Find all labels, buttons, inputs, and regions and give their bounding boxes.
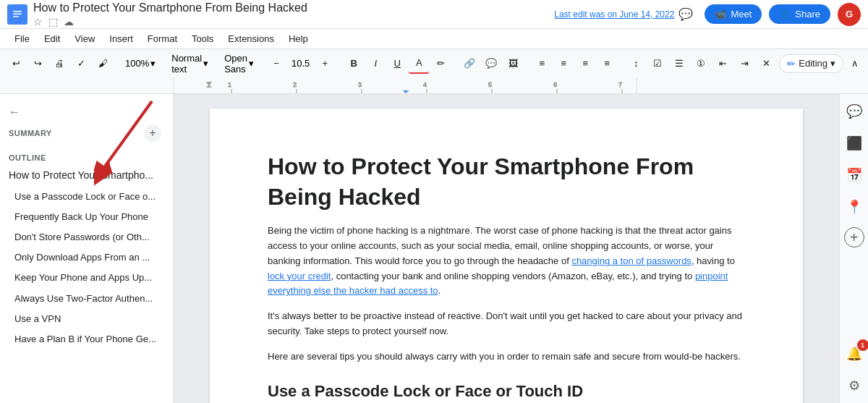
menu-view[interactable]: View <box>69 31 101 46</box>
comments-button[interactable]: 💬 <box>674 3 697 26</box>
svg-rect-4 <box>0 77 868 93</box>
paintformat-button[interactable]: 🖌 <box>93 54 113 74</box>
link-button[interactable]: 🔗 <box>459 54 480 74</box>
menu-format[interactable]: Format <box>142 31 183 46</box>
align-center-button[interactable]: ≡ <box>553 54 574 74</box>
redo-button[interactable]: ↪ <box>27 54 48 74</box>
menu-extensions[interactable]: Extensions <box>222 31 280 46</box>
drive-icon[interactable]: ⬚ <box>48 16 58 27</box>
numbered-list-button[interactable]: ① <box>691 54 711 74</box>
sidebar: ← SUMMARY + OUTLINE How to Protect Your … <box>0 94 174 403</box>
summary-add-button[interactable]: + <box>144 124 161 142</box>
link-pinpoint[interactable]: pinpoint everything else the hacker had … <box>268 271 728 297</box>
font-size-select[interactable]: 10.5 <box>288 54 313 74</box>
title-icons: ☆ ⬚ ☁ <box>33 16 542 27</box>
document-h1: How to Protect Your Smartphone From Bein… <box>268 152 745 212</box>
checklist-button[interactable]: ☑ <box>647 54 668 74</box>
summary-section-header: SUMMARY + <box>0 122 173 145</box>
image-button[interactable]: 🖼 <box>503 54 523 74</box>
link-passwords[interactable]: changing a ton of passwords <box>571 255 692 266</box>
font-family-select[interactable]: Open Sans ▾ <box>221 54 258 74</box>
menu-tools[interactable]: Tools <box>186 31 219 46</box>
font-dropdown-icon: ▾ <box>249 58 254 69</box>
editing-mode-selector[interactable]: ✏ Editing ▾ <box>779 54 843 73</box>
document-area: How to Protect Your Smartphone From Bein… <box>174 94 839 403</box>
clear-format-button[interactable]: ✕ <box>756 54 776 74</box>
style-value: Normal text <box>171 53 202 75</box>
underline-button[interactable]: U <box>387 54 407 74</box>
menu-insert[interactable]: Insert <box>103 31 139 46</box>
document-paragraph-2: It's always better to be proactive inste… <box>268 309 745 339</box>
document-paragraph-3: Here are several tips you should always … <box>268 349 745 365</box>
toolbar: ↩ ↪ 🖨 ✓ 🖌 100% ▾ Normal text ▾ Open Sans… <box>0 49 868 78</box>
font-size-decrease[interactable]: − <box>266 54 286 74</box>
font-size-increase[interactable]: + <box>315 54 335 74</box>
style-dropdown-icon: ▾ <box>203 58 208 69</box>
outline-item-4[interactable]: Only Download Apps From an ... <box>0 247 173 268</box>
right-panel-chat-icon[interactable]: 💬 <box>843 100 866 123</box>
outline-label: OUTLINE <box>0 148 173 165</box>
star-icon[interactable]: ☆ <box>33 16 43 27</box>
outline-item-8[interactable]: Have a Plan B if Your Phone Ge... <box>0 329 173 349</box>
spellcheck-button[interactable]: ✓ <box>71 54 91 74</box>
bold-button[interactable]: B <box>344 54 364 74</box>
outline-item-7[interactable]: Use a VPN <box>0 309 173 329</box>
user-avatar[interactable]: G <box>838 3 861 26</box>
align-right-button[interactable]: ≡ <box>575 54 595 74</box>
last-edit-text[interactable]: Last edit was on June 14, 2022 <box>554 9 674 20</box>
outline-item-1[interactable]: Use a Passcode Lock or Face o... <box>0 187 173 207</box>
doc-title[interactable]: How to Protect Your Smartphone From Bein… <box>33 1 542 14</box>
decrease-indent-button[interactable]: ⇤ <box>712 54 733 74</box>
outline-item-6[interactable]: Always Use Two-Factor Authen... <box>0 289 173 309</box>
style-select[interactable]: Normal text ▾ <box>168 54 212 74</box>
print-button[interactable]: 🖨 <box>49 54 69 74</box>
cloud-icon[interactable]: ☁ <box>64 16 74 27</box>
menu-file[interactable]: File <box>9 31 35 46</box>
sidebar-back-button[interactable]: ← <box>0 103 29 122</box>
editing-mode-dropdown-icon: ▾ <box>830 58 835 69</box>
svg-text:2: 2 <box>293 81 297 88</box>
right-panel: 💬 ⬛ 📅 📍 + 🔔 1 ⚙ <box>839 94 868 403</box>
svg-rect-2 <box>13 13 22 14</box>
right-panel-add-icon[interactable]: + <box>844 227 864 247</box>
zoom-dropdown-icon: ▾ <box>150 58 156 69</box>
svg-text:3: 3 <box>358 81 362 88</box>
outline-item-2[interactable]: Frequently Back Up Your Phone <box>0 207 173 227</box>
increase-indent-button[interactable]: ⇥ <box>734 54 754 74</box>
svg-text:4: 4 <box>423 81 427 88</box>
justify-button[interactable]: ≡ <box>597 54 617 74</box>
document-page: How to Protect Your Smartphone From Bein… <box>210 109 803 403</box>
notification-count: 1 <box>857 339 869 351</box>
align-left-button[interactable]: ≡ <box>532 54 552 74</box>
svg-text:6: 6 <box>553 81 557 88</box>
pencil-icon: ✏ <box>787 58 796 69</box>
docs-app-icon <box>7 4 27 25</box>
menu-help[interactable]: Help <box>283 31 314 46</box>
comment-button[interactable]: 💬 <box>481 54 501 74</box>
right-panel-maps-icon[interactable]: 📍 <box>843 195 866 219</box>
share-icon: 👤 <box>779 9 791 20</box>
summary-label: SUMMARY <box>9 129 52 137</box>
undo-button[interactable]: ↩ <box>6 54 26 74</box>
link-credit[interactable]: lock your credit <box>268 271 331 281</box>
right-panel-calendar-icon[interactable]: 📅 <box>843 164 866 187</box>
line-spacing-button[interactable]: ↕ <box>626 54 646 74</box>
meet-button[interactable]: 📹 Meet <box>705 4 762 24</box>
bullet-list-button[interactable]: ☰ <box>669 54 689 74</box>
italic-button[interactable]: I <box>365 54 386 74</box>
outline-item-3[interactable]: Don't Store Passwords (or Oth... <box>0 227 173 247</box>
right-panel-tasks-icon[interactable]: ⬛ <box>843 132 866 155</box>
highlight-button[interactable]: ✏ <box>430 54 451 74</box>
title-bar: How to Protect Your Smartphone From Bein… <box>0 0 868 29</box>
ruler: 1 2 3 4 5 6 7 <box>0 78 868 94</box>
zoom-select[interactable]: 100% ▾ <box>122 54 159 74</box>
right-actions: 💬 📹 Meet 👤 Share G <box>674 3 861 26</box>
settings-icon[interactable]: ⚙ <box>843 374 866 397</box>
toolbar-collapse-button[interactable]: ∧ <box>845 54 865 74</box>
outline-item-0[interactable]: How to Protect Your Smartpho... <box>0 165 173 187</box>
font-color-button[interactable]: A <box>409 54 429 74</box>
menu-bar: File Edit View Insert Format Tools Exten… <box>0 29 868 49</box>
share-button[interactable]: 👤 Share <box>769 4 830 24</box>
menu-edit[interactable]: Edit <box>38 31 66 46</box>
outline-item-5[interactable]: Keep Your Phone and Apps Up... <box>0 268 173 288</box>
